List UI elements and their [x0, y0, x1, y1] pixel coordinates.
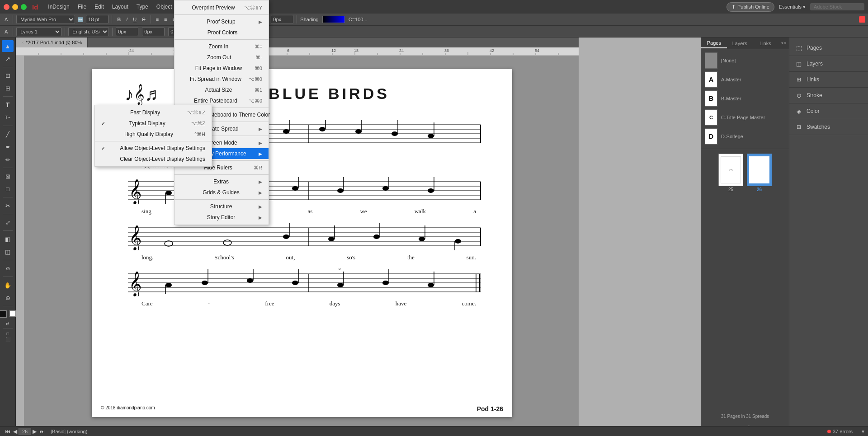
d-master-thumb: D	[705, 128, 717, 145]
offset-y[interactable]	[142, 27, 165, 36]
submenu-clear-object[interactable]: Clear Object-Level Display Settings	[95, 154, 212, 164]
tool-free-transform[interactable]: ⤢	[2, 216, 14, 228]
nav-first-button[interactable]: ⏮	[4, 428, 12, 435]
menu-zoom-out[interactable]: Zoom Out ⌘-	[175, 52, 269, 63]
menu-proof-colors[interactable]: Proof Colors	[175, 27, 269, 38]
tab-pages[interactable]: Pages	[701, 38, 727, 48]
tool-selection[interactable]: ▲	[2, 40, 14, 52]
pages-panel-tabs: Pages Layers Links >>	[701, 38, 789, 49]
tool-rectangle[interactable]: □	[2, 183, 14, 195]
menu-overprint-preview[interactable]: Overprint Preview ⌥⌘⇧Y	[175, 2, 269, 13]
menu-zoom-in[interactable]: Zoom In ⌘=	[175, 41, 269, 52]
c-master-item[interactable]: C C-Title Page Master	[701, 108, 789, 127]
minimize-button[interactable]	[12, 4, 18, 10]
page-25-thumb[interactable]: 25	[718, 154, 743, 186]
a-master-item[interactable]: A A-Master	[701, 70, 789, 89]
tool-pencil[interactable]: ✏	[2, 154, 14, 165]
tab-links-panel[interactable]: Links	[753, 39, 778, 48]
view-mode-normal[interactable]: □	[6, 332, 9, 336]
align-center[interactable]: ≡	[162, 16, 169, 23]
stroke-color[interactable]	[9, 310, 16, 317]
menu-extras[interactable]: Extras ▶	[175, 176, 269, 187]
tool-rectangle-frame[interactable]: ⊠	[2, 170, 14, 182]
tool-page[interactable]: ⊡	[2, 70, 14, 81]
menu-structure[interactable]: Structure ▶	[175, 201, 269, 212]
view-mode-preview[interactable]: ⬛	[5, 337, 10, 342]
menu-proof-setup[interactable]: Proof Setup ▶	[175, 16, 269, 27]
maximize-button[interactable]	[21, 4, 27, 10]
menu-fit-page[interactable]: Fit Page in Window ⌘0	[175, 63, 269, 74]
tab-close-icon[interactable]: ×	[21, 40, 24, 45]
tool-selection-2[interactable]: A	[3, 28, 9, 35]
app-icon: Id	[32, 3, 38, 11]
tool-gradient-feather[interactable]: ◫	[2, 246, 14, 258]
menu-story-editor[interactable]: Story Editor ▶	[175, 212, 269, 223]
menu-edit[interactable]: Edit	[91, 2, 108, 11]
tool-eyedropper[interactable]: ⊘	[2, 263, 14, 274]
height-input[interactable]	[271, 15, 293, 24]
menu-indesign[interactable]: InDesign	[44, 2, 73, 11]
tool-selection[interactable]: A	[3, 16, 9, 23]
tool-type[interactable]: T	[2, 99, 14, 111]
underline-button[interactable]: U	[131, 16, 138, 23]
b-master-item[interactable]: B B-Master	[701, 89, 789, 108]
panel-expand-button[interactable]: >>	[778, 39, 789, 47]
layers-section-item[interactable]: ◫ Layers	[789, 56, 868, 72]
svg-point-39	[292, 186, 298, 191]
menu-layout[interactable]: Layout	[108, 2, 132, 11]
tool-line[interactable]: ╱	[2, 128, 14, 140]
close-button[interactable]	[4, 4, 9, 10]
page-26-thumb[interactable]	[747, 154, 772, 186]
italic-button[interactable]: I	[124, 16, 129, 23]
document-tab[interactable]: × *2017 Pod-1.indd @ 80%	[16, 38, 88, 47]
color-section-item[interactable]: ◈ Color	[789, 103, 868, 119]
page-number-input[interactable]	[19, 428, 31, 435]
essentials-dropdown[interactable]: Essentials ▾	[779, 4, 806, 10]
links-section-item[interactable]: ⊞ Links	[789, 72, 868, 88]
adobe-stock-search[interactable]	[810, 3, 864, 10]
pages-section-item[interactable]: ⬚ Pages	[789, 40, 868, 56]
strikethrough-button[interactable]: S	[140, 16, 147, 23]
swatches-section-item[interactable]: ⊟ Swatches	[789, 119, 868, 135]
align-left[interactable]: ≡	[154, 16, 160, 23]
submenu-typical-display[interactable]: ✓ Typical Display ⌥⌘Z	[95, 118, 212, 129]
nav-prev-button[interactable]: ◀	[12, 428, 19, 435]
menu-object[interactable]: Object	[153, 2, 176, 11]
submenu-allow-object[interactable]: ✓ Allow Object-Level Display Settings	[95, 143, 212, 154]
d-master-item[interactable]: D D-Solfege	[701, 127, 789, 146]
color-swap-icon[interactable]: ⇄	[6, 321, 9, 326]
none-master-item[interactable]: [None]	[701, 51, 789, 70]
tab-layers-panel[interactable]: Layers	[727, 39, 753, 48]
tool-direct-select[interactable]: ↗	[2, 53, 14, 65]
stroke-section-item[interactable]: ⊙ Stroke	[789, 88, 868, 103]
menu-grids-guides[interactable]: Grids & Guides ▶	[175, 187, 269, 198]
svg-point-88	[428, 283, 434, 287]
tool-hand[interactable]: ✋	[2, 279, 14, 291]
offset-x[interactable]	[116, 27, 138, 36]
language-select[interactable]: English: USA	[68, 27, 109, 36]
tool-type-path[interactable]: T~	[2, 112, 14, 123]
publish-online-button[interactable]: ⬆ Publish Online	[726, 2, 774, 12]
submenu-fast-display[interactable]: Fast Display ⌥⌘⇧Z	[95, 107, 212, 118]
submenu-high-quality[interactable]: High Quality Display ^⌘H	[95, 129, 212, 140]
menu-file[interactable]: File	[74, 2, 90, 11]
fill-color[interactable]	[0, 310, 7, 318]
nav-last-button[interactable]: ⏭	[38, 428, 46, 435]
font-family-select[interactable]: Myriad Web Pro	[16, 15, 75, 24]
tool-gap[interactable]: ⊞	[2, 82, 14, 94]
font-size-input[interactable]	[86, 15, 108, 24]
nav-next-button[interactable]: ▶	[31, 428, 38, 435]
color-swatch[interactable]	[322, 16, 345, 23]
tool-scissors[interactable]: ✂	[2, 200, 14, 211]
errors-dropdown[interactable]: ▾	[862, 428, 864, 435]
svg-point-79	[247, 278, 253, 283]
tool-zoom[interactable]: ⊕	[2, 292, 14, 304]
menu-actual-size[interactable]: Actual Size ⌘1	[175, 84, 269, 95]
menu-type[interactable]: Type	[133, 2, 152, 11]
tool-pen[interactable]: ✒	[2, 141, 14, 153]
bold-button[interactable]: B	[115, 16, 123, 23]
paragraph-style-select[interactable]: Lyrics 1	[16, 27, 61, 36]
tool-gradient-swatch[interactable]: ◧	[2, 233, 14, 245]
divider5	[297, 15, 297, 23]
menu-fit-spread[interactable]: Fit Spread in Window ⌥⌘0	[175, 74, 269, 84]
